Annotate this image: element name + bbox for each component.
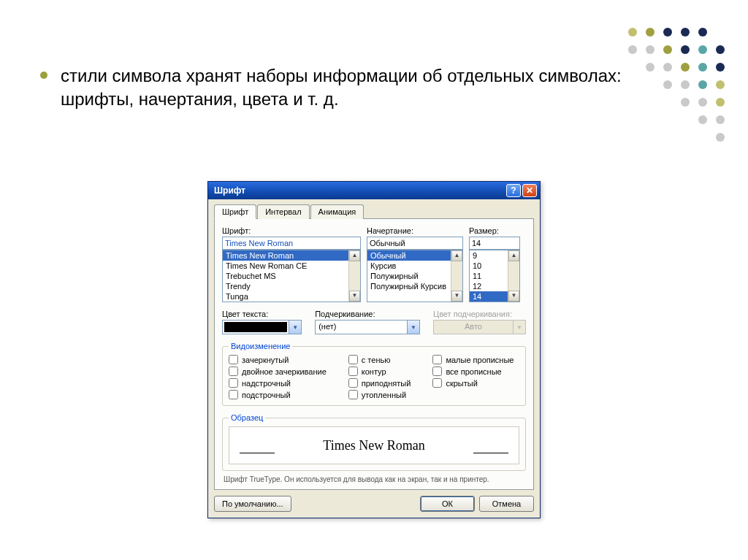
tab-animation[interactable]: Анимация (310, 204, 365, 219)
chk-superscript[interactable]: надстрочный (229, 378, 327, 388)
sample-line (240, 453, 275, 453)
decorative-dots (628, 28, 748, 147)
chk-hidden[interactable]: скрытый (432, 378, 514, 388)
chk-smallcaps[interactable]: малые прописные (432, 355, 514, 364)
hint-text: Шрифт TrueType. Он используется для выво… (224, 475, 524, 483)
list-item[interactable]: Полужирный (367, 271, 451, 281)
list-item[interactable]: Tunga (223, 291, 348, 302)
list-item[interactable]: Trendy (223, 281, 348, 291)
list-item[interactable]: 14 (470, 291, 508, 302)
cancel-button[interactable]: Отмена (479, 496, 534, 512)
scrollbar[interactable]: ▲ ▼ (451, 250, 462, 302)
tab-panel: Шрифт: Times New Roman Times New Roman C… (214, 219, 534, 490)
list-item[interactable]: Полужирный Курсив (367, 281, 451, 291)
effects-legend: Видоизменение (229, 342, 292, 350)
help-button[interactable]: ? (506, 184, 521, 197)
sample-legend: Образец (229, 413, 265, 422)
chk-subscript[interactable]: подстрочный (229, 390, 327, 399)
chk-allcaps[interactable]: все прописные (432, 367, 514, 376)
underline-combo[interactable]: (нет) ▼ (315, 320, 420, 334)
font-listbox[interactable]: Times New Roman Times New Roman CE Trebu… (222, 250, 361, 302)
textcolor-combo[interactable]: ▼ (222, 320, 302, 334)
scroll-up-icon[interactable]: ▲ (508, 250, 519, 261)
chk-engrave[interactable]: утопленный (348, 390, 411, 399)
scrollbar[interactable]: ▲ ▼ (348, 250, 360, 302)
list-item[interactable]: Курсив (367, 261, 451, 271)
titlebar[interactable]: Шрифт ? ✕ (208, 182, 540, 199)
underline-value: (нет) (316, 321, 407, 334)
chevron-down-icon[interactable]: ▼ (407, 321, 419, 334)
scroll-down-icon[interactable]: ▼ (451, 291, 462, 302)
sample-line (473, 453, 508, 453)
list-item[interactable]: Times New Roman CE (223, 261, 348, 271)
tab-font[interactable]: Шрифт (214, 204, 256, 219)
tab-strip: Шрифт Интервал Анимация (214, 204, 534, 219)
chk-double-strike[interactable]: двойное зачеркивание (229, 367, 327, 376)
size-listbox[interactable]: 9 10 11 12 14 ▲ ▼ (469, 250, 520, 302)
scroll-down-icon[interactable]: ▼ (349, 291, 360, 302)
list-item[interactable]: 10 (470, 261, 508, 271)
list-item[interactable]: 9 (470, 250, 508, 261)
underline-label: Подчеркивание: (315, 310, 420, 318)
underlinecolor-label: Цвет подчеркивания: (433, 310, 526, 318)
scroll-up-icon[interactable]: ▲ (451, 250, 462, 261)
list-item[interactable]: Times New Roman (223, 250, 348, 261)
default-button[interactable]: По умолчанию... (214, 496, 291, 512)
scroll-up-icon[interactable]: ▲ (349, 250, 360, 261)
textcolor-label: Цвет текста: (222, 310, 302, 318)
style-input[interactable] (367, 237, 463, 250)
sample-text: Times New Roman (323, 438, 424, 453)
effects-group: Видоизменение зачеркнутый двойное зачерк… (222, 342, 526, 406)
scrollbar[interactable]: ▲ ▼ (508, 250, 519, 302)
list-item[interactable]: 12 (470, 281, 508, 291)
chk-emboss[interactable]: приподнятый (348, 378, 411, 388)
size-label: Размер: (469, 226, 520, 235)
close-button[interactable]: ✕ (522, 184, 537, 197)
chevron-down-icon: ▼ (513, 321, 525, 334)
slide-content: стили символа хранят наборы информации о… (40, 64, 639, 112)
font-dialog: Шрифт ? ✕ Шрифт Интервал Анимация Шрифт:… (207, 181, 541, 518)
list-item[interactable]: Trebuchet MS (223, 271, 348, 281)
font-input[interactable] (222, 237, 361, 250)
scroll-down-icon[interactable]: ▼ (508, 291, 519, 302)
size-input[interactable] (469, 237, 520, 250)
tab-interval[interactable]: Интервал (257, 204, 309, 219)
chevron-down-icon[interactable]: ▼ (289, 321, 301, 334)
bullet-icon (40, 72, 47, 79)
dialog-title: Шрифт (214, 185, 245, 196)
underlinecolor-value: Авто (434, 321, 513, 334)
ok-button[interactable]: ОК (420, 496, 475, 512)
underlinecolor-combo: Авто ▼ (433, 320, 526, 334)
sample-preview: Times New Roman (229, 426, 519, 464)
color-swatch (224, 322, 287, 332)
list-item[interactable]: 11 (470, 271, 508, 281)
style-listbox[interactable]: Обычный Курсив Полужирный Полужирный Кур… (367, 250, 463, 302)
bullet-text: стили символа хранят наборы информации о… (61, 64, 639, 112)
chk-strikethrough[interactable]: зачеркнутый (229, 355, 327, 364)
font-label: Шрифт: (222, 226, 361, 235)
chk-shadow[interactable]: с тенью (348, 355, 411, 364)
sample-group: Образец Times New Roman (222, 413, 526, 471)
style-label: Начертание: (367, 226, 463, 235)
list-item[interactable]: Обычный (367, 250, 451, 261)
chk-outline[interactable]: контур (348, 367, 411, 376)
